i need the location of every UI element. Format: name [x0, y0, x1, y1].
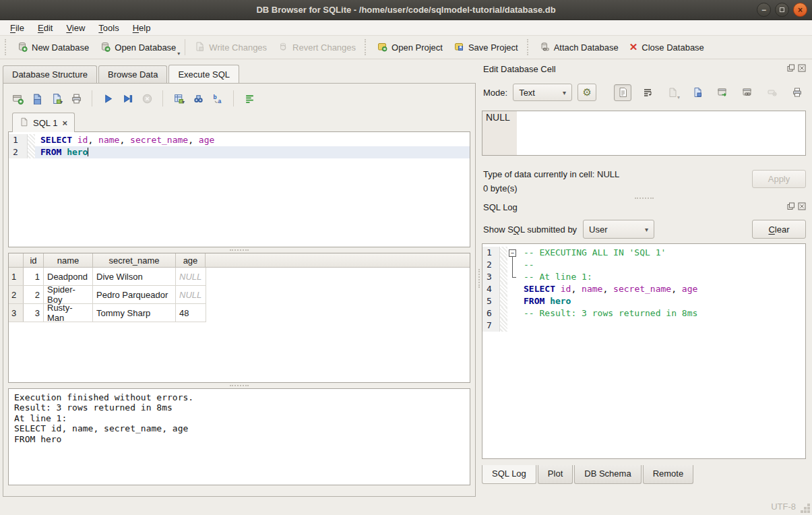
- table-cell[interactable]: Deadpond: [44, 268, 93, 285]
- close-dock-icon[interactable]: [798, 202, 806, 212]
- dock-tab-bar: SQL Log Plot DB Schema Remote: [482, 465, 806, 484]
- sql-1-tab[interactable]: SQL 1 ×: [12, 113, 75, 132]
- clear-button[interactable]: Clear: [752, 220, 806, 239]
- execution-message[interactable]: Execution finished without errors. Resul…: [8, 388, 470, 485]
- menu-edit[interactable]: Edit: [31, 22, 59, 34]
- column-header-name[interactable]: name: [44, 253, 93, 267]
- close-database-button[interactable]: ✕ Close Database: [624, 39, 710, 56]
- table-cell[interactable]: 2: [24, 286, 44, 303]
- resize-grip[interactable]: [807, 510, 810, 513]
- minimize-button[interactable]: −: [757, 3, 771, 17]
- float-dock-icon[interactable]: [787, 64, 795, 74]
- splitter-handle[interactable]: [8, 383, 470, 388]
- tab-browse-data[interactable]: Browse Data: [98, 65, 167, 84]
- attach-database-button[interactable]: Attach Database: [534, 38, 624, 57]
- copy-link-icon[interactable]: [739, 84, 756, 101]
- row-number-header[interactable]: [9, 253, 24, 267]
- stop-icon[interactable]: [139, 91, 154, 106]
- menu-tools[interactable]: Tools: [92, 22, 125, 34]
- table-cell[interactable]: Rusty-Man: [44, 304, 93, 322]
- table-cell[interactable]: 48: [176, 304, 206, 322]
- menu-view[interactable]: View: [59, 22, 92, 34]
- table-cell[interactable]: Pedro Parqueador: [93, 286, 176, 303]
- splitter-handle[interactable]: [482, 195, 806, 201]
- sql-log-view[interactable]: 1-- EXECUTING ALL IN 'SQL 1'2--3-- At li…: [482, 243, 806, 459]
- table-row[interactable]: 33Rusty-ManTommy Sharp48: [9, 304, 206, 322]
- row-number[interactable]: 3: [9, 304, 24, 322]
- tab-plot[interactable]: Plot: [538, 465, 573, 484]
- close-dock-icon[interactable]: [798, 64, 806, 74]
- save-project-button[interactable]: Save Project: [448, 38, 524, 57]
- apply-button[interactable]: Apply: [752, 170, 806, 188]
- write-changes-button[interactable]: Write Changes: [189, 38, 272, 57]
- dropdown-caret-icon[interactable]: ▾: [177, 51, 180, 57]
- menu-file[interactable]: File: [3, 22, 31, 34]
- open-sql-tab-icon[interactable]: [10, 91, 25, 106]
- table-cell[interactable]: NULL: [176, 286, 206, 303]
- titlebar[interactable]: DB Browser for SQLite - /home/user/code/…: [0, 0, 812, 20]
- import-data-icon[interactable]: ▾: [664, 84, 681, 101]
- table-cell[interactable]: Spider-Boy: [44, 286, 93, 303]
- maximize-icon: [780, 7, 784, 12]
- database-new-icon: [17, 41, 28, 54]
- apply-mode-button[interactable]: ⚙: [577, 84, 596, 101]
- print-icon[interactable]: [788, 84, 806, 101]
- table-cell[interactable]: Dive Wilson: [93, 268, 176, 285]
- float-dock-icon[interactable]: [787, 202, 795, 212]
- dropdown-caret-icon[interactable]: ▾: [60, 99, 63, 105]
- print-icon[interactable]: [69, 91, 84, 106]
- table-cell[interactable]: NULL: [176, 268, 206, 285]
- tab-db-schema[interactable]: DB Schema: [574, 465, 641, 484]
- table-cell[interactable]: 1: [24, 268, 44, 285]
- maximize-button[interactable]: [775, 3, 789, 17]
- cell-value-editor[interactable]: NULL: [482, 111, 806, 156]
- tab-sql-log[interactable]: SQL Log: [482, 465, 536, 484]
- revert-changes-button[interactable]: Revert Changes: [272, 38, 361, 57]
- vertical-splitter[interactable]: [476, 59, 482, 497]
- main-area: Database Structure Browse Data Execute S…: [0, 59, 812, 497]
- save-as-icon[interactable]: [689, 84, 706, 101]
- set-null-icon[interactable]: [763, 84, 781, 101]
- toolbar-handle[interactable]: [5, 39, 8, 55]
- submitted-by-select[interactable]: User ▾: [583, 220, 654, 239]
- word-wrap-icon[interactable]: [639, 84, 656, 101]
- column-header-age[interactable]: age: [176, 253, 206, 267]
- tab-remote[interactable]: Remote: [643, 465, 694, 484]
- close-button[interactable]: ×: [793, 3, 807, 17]
- close-tab-icon[interactable]: ×: [62, 118, 67, 128]
- replace-icon[interactable]: ba: [210, 91, 225, 106]
- menu-help[interactable]: Help: [126, 22, 158, 34]
- save-results-icon[interactable]: ▾: [171, 91, 186, 106]
- find-icon[interactable]: [191, 91, 206, 106]
- table-cell[interactable]: Tommy Sharp: [93, 304, 176, 322]
- open-database-button[interactable]: Open Database ▾: [94, 38, 181, 57]
- toolbar-separator: [185, 39, 185, 55]
- sql-tab-label: SQL 1: [33, 118, 57, 128]
- table-row[interactable]: 11DeadpondDive WilsonNULL: [9, 268, 206, 286]
- new-database-button[interactable]: New Database: [11, 38, 94, 57]
- tab-execute-sql[interactable]: Execute SQL: [168, 65, 239, 83]
- execute-all-icon[interactable]: [100, 91, 115, 106]
- tab-database-structure[interactable]: Database Structure: [3, 65, 97, 84]
- row-number[interactable]: 1: [9, 268, 24, 285]
- open-external-icon[interactable]: [714, 84, 731, 101]
- execute-sql-pane: ▾ ▾ ba SQL 1 ×: [3, 83, 476, 497]
- sql-editor[interactable]: 1SELECT id, name, secret_name, age2FROM …: [8, 131, 470, 247]
- row-number[interactable]: 2: [9, 286, 24, 303]
- toolbar-handle[interactable]: [365, 39, 368, 55]
- format-lines-icon[interactable]: [242, 91, 257, 106]
- open-project-button[interactable]: Open Project: [371, 38, 448, 57]
- mode-select[interactable]: Text ▾: [513, 84, 572, 101]
- column-header-id[interactable]: id: [24, 253, 44, 267]
- column-header-secret-name[interactable]: secret_name: [93, 253, 176, 267]
- table-row[interactable]: 22Spider-BoyPedro ParqueadorNULL: [9, 286, 206, 304]
- cell-editor-icons: ▾: [614, 84, 806, 101]
- toolbar-handle[interactable]: [527, 39, 530, 55]
- execute-line-icon[interactable]: [120, 91, 135, 106]
- table-cell[interactable]: 3: [24, 304, 44, 322]
- open-sql-file-icon[interactable]: [30, 91, 44, 106]
- text-mode-icon[interactable]: [614, 84, 631, 101]
- save-sql-file-icon[interactable]: ▾: [49, 91, 64, 106]
- dropdown-caret-icon[interactable]: ▾: [182, 99, 185, 105]
- splitter-handle[interactable]: [8, 247, 470, 253]
